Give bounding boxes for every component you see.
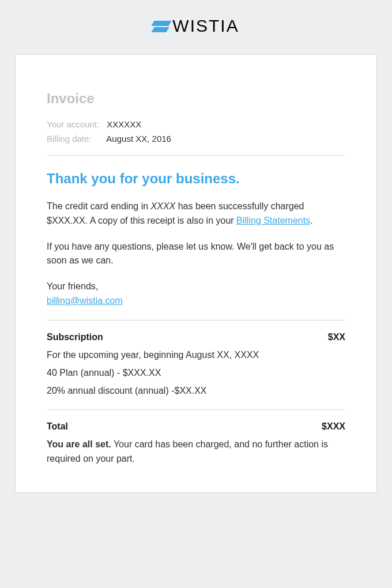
- account-row: Your account: XXXXXX: [47, 119, 345, 129]
- billing-statements-link[interactable]: Billing Statements: [236, 216, 310, 225]
- subscription-row: Subscription $XX: [47, 332, 345, 342]
- wistia-logo: WISTIA: [153, 16, 239, 36]
- subscription-discount: 20% annual discount (annual) -$XX.XX: [47, 384, 345, 398]
- divider: [47, 320, 345, 321]
- total-label: Total: [47, 421, 68, 432]
- divider: [47, 409, 345, 410]
- subscription-plan: 40 Plan (annual) - $XXX.XX: [47, 366, 345, 380]
- thank-you-heading: Thank you for your business.: [47, 171, 345, 187]
- confirmation-message: You are all set. Your card has been char…: [47, 438, 345, 466]
- wistia-logo-text: WISTIA: [172, 16, 239, 36]
- questions-message: If you have any questions, please let us…: [47, 240, 345, 269]
- charge-prefix: The credit card ending in: [47, 201, 151, 211]
- charge-message: The credit card ending in XXXX has been …: [47, 199, 345, 228]
- logo-wrapper: WISTIA: [15, 16, 377, 36]
- invoice-title: Invoice: [47, 91, 345, 107]
- signoff: Your friends, billing@wistia.com: [47, 280, 345, 308]
- total-amount: $XXX: [322, 421, 345, 432]
- subscription-amount: $XX: [328, 332, 345, 342]
- wistia-logo-icon: [153, 20, 170, 32]
- confirmation-bold: You are all set.: [47, 439, 111, 449]
- subscription-period: For the upcoming year, beginning August …: [47, 348, 345, 362]
- divider: [47, 155, 345, 156]
- card-last4: XXXX: [151, 201, 176, 211]
- billing-date-row: Billing date: August XX, 2016: [47, 134, 345, 144]
- billing-date-label: Billing date:: [47, 134, 104, 144]
- billing-email-link[interactable]: billing@wistia.com: [47, 296, 123, 306]
- signoff-text: Your friends,: [47, 281, 98, 291]
- account-value: XXXXXX: [107, 119, 141, 129]
- subscription-label: Subscription: [47, 332, 103, 342]
- invoice-card: Invoice Your account: XXXXXX Billing dat…: [15, 54, 377, 493]
- charge-suffix: .: [310, 216, 312, 225]
- billing-date-value: August XX, 2016: [106, 134, 171, 144]
- account-label: Your account:: [47, 119, 104, 129]
- total-row: Total $XXX: [47, 421, 345, 432]
